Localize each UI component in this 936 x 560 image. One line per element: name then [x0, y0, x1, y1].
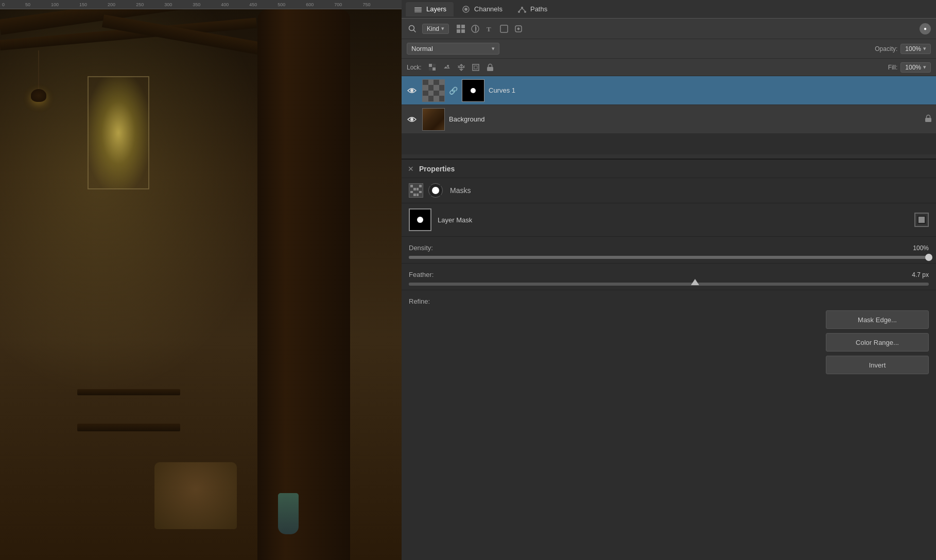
chain-icon-curves1: 🔗: [449, 86, 458, 95]
density-slider-track[interactable]: [409, 256, 929, 259]
lock-transparency-button[interactable]: [427, 62, 438, 73]
svg-rect-11: [461, 25, 465, 28]
invert-label: Invert: [869, 361, 886, 369]
lamp-cord: [38, 50, 39, 92]
tab-paths-label: Paths: [530, 5, 547, 13]
svg-text:T: T: [487, 25, 491, 33]
panel-settings-button[interactable]: ●: [920, 23, 931, 34]
density-label: Density:: [409, 244, 433, 252]
panel-tabs-row: Layers Channels Paths: [402, 0, 936, 19]
window-glow: [88, 76, 149, 189]
svg-point-5: [518, 11, 520, 13]
svg-point-31: [432, 187, 439, 194]
right-panel: Layers Channels Paths: [402, 0, 936, 560]
pixel-mask-icon[interactable]: [409, 183, 423, 198]
text-icon[interactable]: T: [484, 23, 495, 34]
search-icon: [407, 23, 418, 34]
lamp-shade: [31, 89, 46, 102]
svg-point-27: [410, 118, 413, 121]
fill-chevron: ▾: [923, 64, 926, 71]
masks-label: Masks: [450, 186, 471, 195]
layer-mask-dot: [417, 217, 423, 223]
svg-rect-19: [432, 67, 436, 71]
feather-label-row: Feather: 4.7 px: [409, 271, 929, 278]
svg-rect-25: [487, 67, 493, 71]
svg-point-26: [410, 89, 413, 92]
canvas-image: [0, 0, 402, 560]
background-lock-icon: [925, 114, 932, 124]
color-range-button[interactable]: Color Range...: [826, 333, 929, 352]
svg-rect-28: [925, 118, 931, 122]
svg-point-6: [524, 11, 526, 13]
pixel-icon[interactable]: [455, 23, 466, 34]
feather-slider-thumb[interactable]: [691, 279, 699, 285]
lock-image-button[interactable]: [441, 62, 453, 73]
lock-all-button[interactable]: [484, 62, 496, 73]
shelf-1: [77, 424, 180, 431]
layer-item-background[interactable]: Background: [402, 105, 936, 134]
feather-value: 4.7 px: [912, 271, 929, 278]
vase: [278, 493, 299, 534]
scene-bg: [0, 9, 402, 560]
layer-mask-options-button[interactable]: [914, 213, 929, 227]
shelf-2: [77, 389, 180, 395]
svg-point-7: [521, 7, 523, 9]
properties-header: ✕ Properties: [402, 160, 936, 178]
svg-rect-10: [457, 25, 460, 28]
svg-rect-13: [461, 29, 465, 33]
shape-icon[interactable]: [498, 23, 510, 34]
opacity-control[interactable]: 100% ▾: [900, 44, 931, 54]
properties-close-button[interactable]: ✕: [407, 165, 415, 173]
layers-panel: Kind ▾: [402, 19, 936, 159]
smart-object-icon[interactable]: [513, 23, 524, 34]
eye-curves1[interactable]: [406, 84, 418, 97]
lock-move-button[interactable]: [456, 62, 467, 73]
feather-section: Feather: 4.7 px: [402, 264, 936, 290]
svg-line-9: [414, 30, 416, 32]
adjustment-icon[interactable]: [470, 23, 481, 34]
svg-rect-18: [429, 64, 432, 67]
layer-spacer: [402, 134, 936, 154]
lock-artboard-button[interactable]: [470, 62, 481, 73]
svg-rect-21: [429, 67, 432, 71]
density-slider-fill: [409, 256, 929, 259]
blend-mode-dropdown[interactable]: Normal ▾: [407, 43, 499, 55]
layer-item-curves1[interactable]: 🔗 Curves 1: [402, 76, 936, 105]
properties-panel: ✕ Properties: [402, 159, 936, 560]
density-label-row: Density: 100%: [409, 244, 929, 252]
svg-rect-23: [473, 64, 479, 71]
density-slider-thumb[interactable]: [925, 254, 932, 261]
tree-trunk: [257, 9, 350, 560]
canvas-area: 0 50 100 150 200 250 300 350 400 450 500…: [0, 0, 402, 560]
fill-control[interactable]: 100% ▾: [900, 62, 931, 73]
tab-layers[interactable]: Layers: [406, 2, 454, 16]
curves1-mask-thumb: [462, 79, 484, 102]
properties-title: Properties: [419, 165, 455, 173]
kind-dropdown[interactable]: Kind ▾: [422, 24, 449, 34]
svg-point-22: [447, 65, 449, 67]
density-section: Density: 100%: [402, 237, 936, 264]
refine-section: Refine: Mask Edge... Color Range... Inve…: [402, 290, 936, 381]
mask-edge-button[interactable]: Mask Edge...: [826, 310, 929, 329]
color-range-label: Color Range...: [856, 339, 899, 346]
eye-background[interactable]: [406, 113, 418, 126]
curves1-layer-thumb: [422, 79, 445, 102]
background-layer-thumb: [422, 108, 445, 131]
fill-value: 100%: [905, 64, 921, 71]
invert-button[interactable]: Invert: [826, 356, 929, 374]
refine-buttons: Mask Edge... Color Range... Invert: [409, 310, 929, 374]
lock-icon-group: [427, 62, 496, 73]
background-layer-name: Background: [449, 115, 921, 123]
svg-point-4: [464, 8, 467, 11]
vector-mask-icon[interactable]: [428, 183, 443, 198]
tab-layers-label: Layers: [426, 5, 446, 13]
feather-slider-track[interactable]: [409, 283, 929, 286]
masks-row: Masks: [402, 178, 936, 203]
opacity-value: 100%: [905, 45, 921, 52]
fill-row: Fill: 100% ▾: [888, 62, 931, 73]
density-value: 100%: [913, 244, 929, 252]
tab-channels[interactable]: Channels: [454, 2, 510, 16]
tab-paths[interactable]: Paths: [510, 2, 554, 16]
blend-mode-chevron: ▾: [492, 45, 495, 52]
refine-label-row: Refine:: [409, 297, 929, 305]
